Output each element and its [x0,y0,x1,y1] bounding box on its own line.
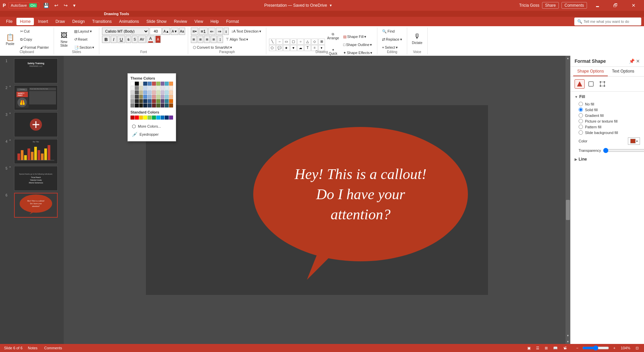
numbering-btn[interactable]: ≡1 [199,28,207,35]
slide-item-5[interactable]: 5 * Special thanks go to the following i… [3,166,61,191]
std-color-blue[interactable] [161,116,165,120]
menu-view[interactable]: View [191,18,207,25]
std-color-dark-blue[interactable] [165,116,169,120]
pattern-fill-radio[interactable] [579,125,583,129]
color-swatch-black[interactable] [135,82,139,86]
std-color-green[interactable] [152,116,156,120]
solid-fill-option[interactable]: Solid fill [579,107,640,112]
std-color-darkred[interactable] [130,116,135,120]
shape-fill-btn[interactable]: ▤ Shape Fill ▾ [341,33,374,40]
color-swatch-blue-dark[interactable] [143,82,147,86]
color-swatch-purple[interactable] [161,82,165,86]
transparency-slider[interactable] [603,148,644,153]
slide-thumb-6[interactable]: Hey! This is a callout! Do I have your a… [14,193,58,218]
color-swatch-blue-med[interactable] [148,82,152,86]
solid-fill-radio[interactable] [579,107,583,112]
line-section-header[interactable]: ▶ Line [575,157,640,162]
zoom-in-btn[interactable]: + [612,345,616,351]
zoom-slider[interactable] [582,345,609,351]
slide-thumb-2[interactable]: Training SAFETY FIRST 🦺 Think Safe Work … [14,85,58,110]
font-color-picker-btn[interactable]: A [147,36,155,43]
font-name-select[interactable]: Calisto MT (Body) [102,28,149,35]
copy-btn[interactable]: ⧉ Copy [18,36,51,43]
arrange-btn[interactable]: ⧉ Arrange [326,28,340,44]
search-box[interactable]: 🔍 [574,17,641,26]
more-colors-btn[interactable]: ⬡ More Colors... [130,122,173,130]
color-dropdown-arrow[interactable]: ▾ [636,140,638,143]
bold-btn[interactable]: B [102,36,110,43]
color-swatch-orange[interactable] [169,82,173,86]
shape-line-btn[interactable]: ╲ [269,39,276,45]
notes-btn[interactable]: Notes [26,345,39,351]
undo-btn[interactable]: ↩ [53,2,60,9]
align-center-btn[interactable]: ≡ [198,36,204,43]
shadow-btn[interactable]: S [132,36,138,43]
clear-format-btn[interactable]: Aa [179,28,185,35]
menu-file[interactable]: File [3,18,16,25]
char-spacing-btn[interactable]: AV [138,36,146,43]
slide-thumb-1[interactable]: Safety Training PREPARED, LLC [14,58,58,83]
picture-fill-option[interactable]: Picture or texture fill [579,119,640,123]
italic-btn[interactable]: I [111,36,117,43]
color-swatch-white[interactable] [130,82,135,86]
view-reading-btn[interactable]: 📖 [552,345,559,351]
shape-ellipse-btn[interactable]: ○ [297,39,304,45]
scroll-right-arrow[interactable]: ▼ [566,333,570,338]
menu-insert[interactable]: Insert [35,18,51,25]
shape-triangle-btn[interactable]: △ [304,39,311,45]
replace-btn[interactable]: ⇄ Replace ▾ [380,36,404,43]
slide-thumb-3[interactable] [14,112,58,137]
effects-icon-btn[interactable] [586,79,596,89]
std-color-light-blue[interactable] [156,116,160,120]
gradient-fill-option[interactable]: Gradient fill [579,113,640,118]
increase-indent-btn[interactable]: ⇒ [216,28,223,35]
comments-btn-status[interactable]: Comments [43,345,63,351]
fill-section-header[interactable]: ▼ Fill [575,94,640,99]
color-picker-btn[interactable]: ▾ [628,137,640,145]
decrease-indent-btn[interactable]: ⇐ [208,28,215,35]
line-spacing-btn[interactable]: ↕ [217,36,223,43]
scroll-down-arrow[interactable]: ▼ [566,339,570,344]
size-position-icon-btn[interactable] [597,79,607,89]
columns-btn[interactable]: ⫿ [224,28,229,35]
gradient-fill-radio[interactable] [579,113,583,118]
picture-fill-radio[interactable] [579,119,583,123]
menu-home[interactable]: Home [16,18,34,25]
std-color-purple[interactable] [169,116,173,120]
quick-save-btn[interactable]: 💾 [42,2,50,9]
justify-btn[interactable]: ≡ [211,36,217,43]
slide-item-4[interactable]: 4 * Bar Title [3,139,61,164]
format-tab-shape[interactable]: Shape Options [573,67,608,76]
slide-item-3[interactable]: 3 * [3,112,61,137]
minimize-btn[interactable]: 🗕 [590,0,605,11]
quick-access-more[interactable]: ▾ [72,2,77,9]
font-size-increase-btn[interactable]: A▲ [162,28,170,35]
cloud-sync-btn[interactable]: ▾ [330,3,332,8]
autosave-toggle[interactable]: On [29,3,37,7]
align-text-btn[interactable]: ⊤ Align Text ▾ [224,36,251,43]
std-color-yellow[interactable] [143,116,147,120]
menu-review[interactable]: Review [170,18,190,25]
align-left-btn[interactable]: ≡ [191,36,197,43]
slide-item-6[interactable]: 6 Hey! This is a callout! Do I have your… [3,193,61,218]
underline-btn[interactable]: U [117,36,125,43]
menu-transitions[interactable]: Transitions [89,18,115,25]
menu-format[interactable]: Format [223,18,242,25]
zoom-out-btn[interactable]: − [575,345,580,351]
format-panel-pin-btn[interactable]: 📌 [629,58,635,64]
reset-btn[interactable]: ↺ Reset [72,36,97,43]
scroll-up-arrow[interactable]: ▲ [566,56,570,60]
color-swatch-red[interactable] [152,82,156,86]
text-highlight-btn[interactable]: A [155,36,161,43]
font-size-decrease-btn[interactable]: A▼ [171,28,178,35]
view-slide-sorter-btn[interactable]: ⊞ [543,345,549,351]
vertical-scrollbar[interactable]: ▲ ▼ ▼ [566,56,570,344]
menu-slideshow[interactable]: Slide Show [143,18,170,25]
color-swatch-green[interactable] [156,82,160,86]
view-normal-btn[interactable]: ▣ [526,345,532,351]
dictate-btn[interactable]: 🎙 Dictate [410,29,425,48]
fit-slide-btn[interactable]: ⊡ [634,345,640,351]
cut-btn[interactable]: ✂ Cut [18,28,51,35]
new-slide-btn[interactable]: 🖼 New Slide [57,30,71,49]
redo-btn[interactable]: ↪ [62,2,69,9]
